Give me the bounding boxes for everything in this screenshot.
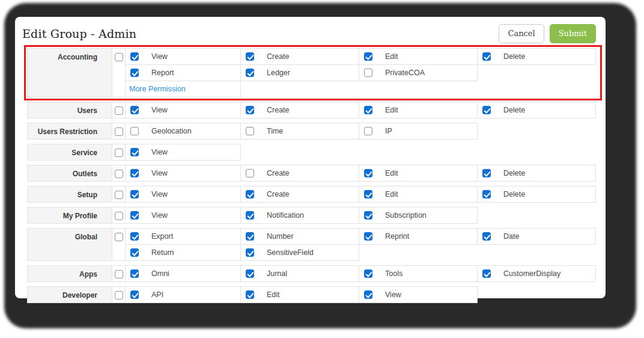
permission-cell: Delete	[477, 102, 596, 118]
permission-line: ReportLedgerPrivateCOA	[126, 64, 599, 81]
group-checkbox[interactable]	[115, 291, 123, 300]
permission-checkbox[interactable]	[130, 211, 139, 220]
group-checkbox-cell	[112, 265, 126, 282]
permission-checkbox[interactable]	[246, 232, 254, 241]
permission-checkbox[interactable]	[364, 52, 372, 61]
permission-checkbox[interactable]	[482, 169, 491, 177]
permission-cell: Create	[240, 165, 359, 182]
permission-label: Create	[267, 169, 290, 177]
permission-checkbox[interactable]	[130, 106, 139, 114]
permission-checkbox[interactable]	[130, 69, 139, 77]
group-checkbox[interactable]	[115, 106, 123, 115]
permission-checkbox[interactable]	[130, 232, 139, 241]
group-label-cell: Service	[27, 144, 112, 161]
permission-checkbox[interactable]	[130, 169, 139, 177]
permission-label: View	[151, 52, 168, 61]
permission-checkbox[interactable]	[246, 211, 254, 220]
permission-checkbox[interactable]	[482, 52, 491, 61]
permission-checkbox[interactable]	[246, 106, 254, 114]
permission-label: View	[151, 169, 168, 177]
permission-label: Create	[267, 52, 290, 61]
permission-checkbox[interactable]	[130, 269, 139, 278]
permission-checkbox[interactable]	[130, 290, 139, 299]
group-checkbox-cell	[112, 165, 126, 182]
permission-checkbox[interactable]	[246, 52, 254, 61]
permission-checkbox[interactable]	[246, 127, 254, 135]
permission-label: Edit	[385, 190, 398, 198]
permission-checkbox[interactable]	[246, 290, 254, 299]
permission-lines: ViewCreateEditDelete	[126, 165, 599, 182]
permission-checkbox[interactable]	[364, 169, 372, 177]
permission-checkbox[interactable]	[130, 148, 139, 156]
permission-cell: Subscription	[359, 207, 478, 224]
group-checkbox[interactable]	[115, 270, 123, 278]
group-checkbox[interactable]	[115, 212, 123, 220]
permission-checkbox[interactable]	[364, 106, 372, 114]
permission-line: GeolocationTimeIP	[126, 123, 599, 140]
group-name: Users Restriction	[38, 128, 97, 136]
permission-lines: OmniJurnalToolsCustomerDisplay	[126, 265, 599, 282]
permission-label: Ledger	[267, 69, 290, 77]
permission-checkbox[interactable]	[364, 290, 372, 299]
permission-line: APIEditView	[126, 286, 599, 303]
permission-lines: ViewCreateEditDelete	[126, 186, 599, 203]
permission-lines: ExportNumberReprintDateReturnSensitiveFi…	[126, 228, 599, 261]
group-checkbox-cell	[112, 48, 126, 97]
permission-label: Number	[267, 232, 293, 241]
permission-checkbox[interactable]	[364, 69, 372, 77]
permission-row-developer: DeveloperAPIEditView	[27, 286, 599, 303]
permission-label: Report	[151, 69, 174, 77]
group-checkbox[interactable]	[115, 128, 123, 136]
permission-label: Create	[267, 106, 290, 114]
permission-checkbox[interactable]	[482, 232, 491, 241]
group-checkbox[interactable]	[115, 149, 123, 157]
permission-row-users: UsersViewCreateEditDelete	[27, 102, 599, 118]
permission-cell: Delete	[477, 165, 596, 182]
permission-checkbox[interactable]	[130, 127, 139, 135]
group-checkbox[interactable]	[115, 53, 123, 61]
permission-checkbox[interactable]	[364, 232, 372, 241]
permission-cell: View	[125, 165, 241, 182]
group-checkbox[interactable]	[115, 191, 123, 199]
permission-cell: Create	[240, 102, 359, 118]
permission-checkbox[interactable]	[246, 248, 254, 257]
permission-label: Date	[503, 232, 519, 241]
permission-checkbox[interactable]	[130, 52, 139, 61]
permission-line: OmniJurnalToolsCustomerDisplay	[126, 265, 599, 282]
permission-row-setup: SetupViewCreateEditDelete	[27, 186, 599, 203]
permission-line: ViewCreateEditDelete	[126, 48, 599, 65]
permission-checkbox[interactable]	[482, 106, 491, 114]
permission-cell: Time	[240, 123, 359, 140]
permission-cell: Report	[125, 64, 241, 81]
permission-row-my-profile: My ProfileViewNotificationSubscription	[27, 207, 599, 224]
permission-label: CustomerDisplay	[503, 269, 560, 278]
group-checkbox-cell	[112, 186, 126, 203]
submit-button[interactable]: Submit	[550, 24, 596, 43]
permission-checkbox[interactable]	[130, 248, 139, 257]
permission-checkbox[interactable]	[364, 269, 372, 278]
more-permission-link[interactable]: More Permission	[129, 85, 186, 93]
permission-checkbox[interactable]	[246, 190, 254, 198]
permission-label: View	[151, 106, 168, 114]
permission-label: Return	[151, 248, 174, 257]
cancel-button[interactable]: Cancel	[499, 24, 544, 43]
permission-line: ViewCreateEditDelete	[126, 102, 599, 118]
permission-line: View	[126, 144, 599, 161]
permission-checkbox[interactable]	[482, 269, 491, 278]
permission-checkbox[interactable]	[364, 211, 372, 220]
permission-checkbox[interactable]	[364, 190, 372, 198]
permission-checkbox[interactable]	[130, 190, 139, 198]
page-title: Edit Group - Admin	[22, 27, 136, 40]
group-checkbox-cell	[112, 207, 126, 224]
group-checkbox[interactable]	[115, 170, 123, 178]
group-checkbox[interactable]	[115, 233, 123, 241]
permission-checkbox[interactable]	[246, 69, 254, 77]
permission-checkbox[interactable]	[246, 269, 254, 278]
permission-label: View	[151, 211, 168, 220]
group-label-cell: Setup	[27, 186, 112, 203]
more-permission-cell: More Permission	[125, 81, 241, 97]
permission-checkbox[interactable]	[246, 169, 254, 177]
permission-checkbox[interactable]	[364, 127, 372, 135]
permission-checkbox[interactable]	[482, 190, 491, 198]
group-checkbox-cell	[112, 144, 126, 161]
